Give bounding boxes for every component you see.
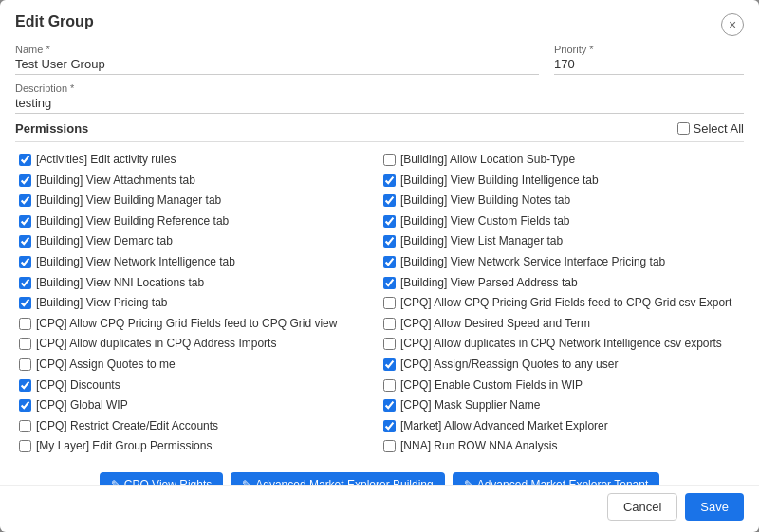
permission-label: [CPQ] Allow duplicates in CPQ Address Im… xyxy=(36,337,276,352)
permission-checkbox[interactable] xyxy=(19,338,31,350)
permission-checkbox[interactable] xyxy=(383,420,396,432)
permission-checkbox[interactable] xyxy=(19,277,31,289)
permission-label: [CPQ] Allow duplicates in CPQ Network In… xyxy=(400,337,722,352)
permission-label: [Building] View Demarc tab xyxy=(36,234,173,249)
permission-label: [Building] View Network Intelligence tab xyxy=(36,255,235,270)
permission-item: [CPQ] Allow Desired Speed and Term xyxy=(380,314,744,335)
permission-checkbox[interactable] xyxy=(19,358,31,371)
description-label: Description * xyxy=(15,83,744,94)
action-button-btn1[interactable]: ✎ CPQ View Rights xyxy=(100,472,223,485)
permission-checkbox[interactable] xyxy=(19,154,31,166)
edit-group-modal: Edit Group × Name * Test User Group Prio… xyxy=(0,0,759,532)
permission-item: [CPQ] Restrict Create/Edit Accounts xyxy=(15,416,380,437)
permission-label: [My Layer] Edit Group Permissions xyxy=(36,439,212,454)
permission-checkbox[interactable] xyxy=(383,318,396,330)
action-button-btn2[interactable]: ✎ Advanced Market Explorer Building xyxy=(231,472,444,485)
permission-item: [Activities] Edit activity rules xyxy=(15,150,380,171)
permission-checkbox[interactable] xyxy=(383,358,396,371)
name-field-group: Name * Test User Group xyxy=(15,44,539,75)
permission-item: [Building] View Attachments tab xyxy=(15,171,380,192)
permission-item: [CPQ] Discounts xyxy=(15,376,380,396)
action-button-btn3[interactable]: ✎ Advanced Market Explorer Tenant xyxy=(453,472,660,485)
permission-checkbox[interactable] xyxy=(19,215,31,228)
permission-checkbox[interactable] xyxy=(383,440,396,452)
permission-label: [CPQ] Allow Desired Speed and Term xyxy=(400,317,590,332)
permission-checkbox[interactable] xyxy=(383,338,396,350)
permission-item: [Building] View Building Notes tab xyxy=(380,191,744,211)
permission-item: [Building] View Custom Fields tab xyxy=(380,211,744,232)
modal-header: Edit Group × xyxy=(0,0,759,36)
permission-label: [Building] Allow Location Sub-Type xyxy=(400,153,575,168)
cancel-button[interactable]: Cancel xyxy=(607,493,677,521)
permission-label: [Building] View Building Notes tab xyxy=(400,193,570,209)
permission-label: [Activities] Edit activity rules xyxy=(36,153,176,168)
action-button-label: CPQ View Rights xyxy=(124,478,212,485)
permission-checkbox[interactable] xyxy=(19,318,31,330)
close-button[interactable]: × xyxy=(721,13,744,36)
permission-checkbox[interactable] xyxy=(19,399,31,412)
permission-item: [CPQ] Assign Quotes to me xyxy=(15,355,380,376)
permission-checkbox[interactable] xyxy=(19,174,31,187)
permission-item: [CPQ] Allow CPQ Pricing Grid Fields feed… xyxy=(15,314,380,335)
permission-label: [CPQ] Allow CPQ Pricing Grid Fields feed… xyxy=(36,317,337,332)
permission-item: [CPQ] Allow CPQ Pricing Grid Fields feed… xyxy=(380,293,744,314)
permission-label: [CPQ] Assign Quotes to me xyxy=(36,358,176,373)
permission-label: [Building] View NNI Locations tab xyxy=(36,276,204,291)
priority-field-group: Priority * 170 xyxy=(554,44,744,75)
permission-checkbox[interactable] xyxy=(383,379,396,392)
priority-label: Priority * xyxy=(554,44,744,55)
permission-label: [Building] View Attachments tab xyxy=(36,174,195,189)
permission-checkbox[interactable] xyxy=(383,174,396,187)
name-label: Name * xyxy=(15,44,539,55)
permissions-header: Permissions Select All xyxy=(15,121,744,142)
permission-label: [NNA] Run ROW NNA Analysis xyxy=(400,439,557,454)
permission-checkbox[interactable] xyxy=(383,256,396,268)
name-value: Test User Group xyxy=(15,57,539,75)
select-all-checkbox[interactable] xyxy=(677,122,690,135)
modal-overlay: Edit Group × Name * Test User Group Prio… xyxy=(0,0,759,532)
permission-checkbox[interactable] xyxy=(19,379,31,392)
permission-checkbox[interactable] xyxy=(383,215,396,228)
permission-item: [Building] Allow Location Sub-Type xyxy=(380,150,744,171)
permission-label: [Building] View Building Reference tab xyxy=(36,214,229,229)
permission-checkbox[interactable] xyxy=(383,154,396,166)
permission-label: [Building] View Pricing tab xyxy=(36,296,168,311)
permission-checkbox[interactable] xyxy=(19,297,31,309)
permission-checkbox[interactable] xyxy=(383,399,396,412)
action-button-label: Advanced Market Explorer Building xyxy=(255,478,433,485)
permission-checkbox[interactable] xyxy=(19,440,31,452)
save-button[interactable]: Save xyxy=(685,493,744,521)
permissions-title: Permissions xyxy=(15,121,88,136)
permission-label: [CPQ] Discounts xyxy=(36,378,120,394)
description-field-group: Description * testing xyxy=(15,83,744,114)
permission-label: [Building] View Network Service Interfac… xyxy=(400,255,665,270)
action-button-label: Advanced Market Explorer Tenant xyxy=(477,478,649,485)
priority-value: 170 xyxy=(554,57,744,75)
permission-label: [CPQ] Assign/Reassign Quotes to any user xyxy=(400,358,618,373)
permission-checkbox[interactable] xyxy=(19,194,31,207)
permission-item: [My Layer] Edit Group Permissions xyxy=(15,436,380,457)
permission-item: [Building] View Building Manager tab xyxy=(15,191,380,211)
permission-checkbox[interactable] xyxy=(19,256,31,268)
permission-item: [Building] View List Manager tab xyxy=(380,231,744,252)
permission-checkbox[interactable] xyxy=(19,235,31,248)
permission-checkbox[interactable] xyxy=(19,420,31,432)
permission-label: [CPQ] Global WIP xyxy=(36,398,128,413)
permission-item: [CPQ] Allow duplicates in CPQ Address Im… xyxy=(15,334,380,355)
permission-item: [NNA] Run ROW NNA Analysis xyxy=(380,436,744,457)
modal-footer: Cancel Save xyxy=(0,485,759,532)
permission-item: [Building] View Building Reference tab xyxy=(15,211,380,232)
description-row: Description * testing xyxy=(15,83,744,114)
select-all-label[interactable]: Select All xyxy=(694,121,744,136)
permission-item: [CPQ] Global WIP xyxy=(15,395,380,416)
permission-checkbox[interactable] xyxy=(383,194,396,207)
action-buttons: ✎ CPQ View Rights✎ Advanced Market Explo… xyxy=(15,465,744,485)
permission-checkbox[interactable] xyxy=(383,277,396,289)
select-all-wrapper[interactable]: Select All xyxy=(677,121,744,136)
permission-item: [CPQ] Assign/Reassign Quotes to any user xyxy=(380,355,744,376)
permission-item: [CPQ] Enable Custom Fields in WIP xyxy=(380,376,744,396)
permission-item: [Building] View Pricing tab xyxy=(15,293,380,314)
permission-checkbox[interactable] xyxy=(383,297,396,309)
permission-checkbox[interactable] xyxy=(383,235,396,248)
name-priority-row: Name * Test User Group Priority * 170 xyxy=(15,44,744,75)
